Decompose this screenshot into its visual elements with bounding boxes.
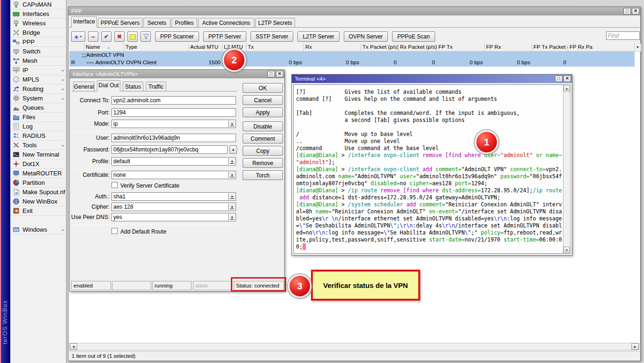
ppp-window-titlebar[interactable]: PPP □ ✕ bbox=[68, 7, 640, 15]
column-header-type[interactable]: Type bbox=[124, 44, 189, 52]
sidebar-item-new-winbox[interactable]: New WinBox bbox=[10, 197, 66, 206]
chevron-down-icon[interactable]: ▼ bbox=[228, 193, 236, 200]
comment-button[interactable]: Comment bbox=[243, 134, 283, 144]
mode-select[interactable]: ip ▼ bbox=[111, 120, 236, 128]
chevron-down-icon[interactable]: ▼ bbox=[228, 172, 236, 178]
sidebar-item-bridge[interactable]: Bridge bbox=[10, 28, 66, 38]
pppoe-scan-button[interactable]: PPPoE Scan bbox=[392, 31, 435, 42]
sidebar-item-capsman[interactable]: CAPsMAN bbox=[10, 0, 66, 9]
column-header-fp-rx[interactable]: FP Rx bbox=[485, 44, 532, 52]
sidebar-item-ip[interactable]: 255IP▸ bbox=[10, 66, 66, 75]
sidebar-item-log[interactable]: Log bbox=[10, 122, 66, 131]
tab-active-connections[interactable]: Active Connections bbox=[198, 18, 254, 28]
terminal-scrollbar[interactable]: ▲ ▼ bbox=[563, 84, 570, 254]
verify-server-certificate-checkbox[interactable] bbox=[111, 182, 118, 188]
sidebar-item-mesh[interactable]: Mesh bbox=[10, 56, 66, 66]
horizontal-scrollbar[interactable]: ◄ ► bbox=[69, 343, 639, 350]
copy-button[interactable]: Copy bbox=[243, 146, 283, 156]
column-header-rx[interactable]: Rx bbox=[304, 44, 361, 52]
tab-l2tp-secrets[interactable]: L2TP Secrets bbox=[255, 18, 295, 28]
disable-button[interactable]: Disable bbox=[243, 121, 283, 131]
scroll-right-icon[interactable]: ► bbox=[631, 343, 639, 350]
column-header-rx-packet-p-s-[interactable]: Rx Packet (p/s) bbox=[399, 44, 437, 52]
sstp-server-button[interactable]: SSTP Server bbox=[251, 31, 294, 42]
sidebar-item-dot1x[interactable]: Dot1X bbox=[10, 159, 66, 169]
tab-dial-out[interactable]: Dial Out bbox=[97, 80, 120, 91]
pptp-server-button[interactable]: PPTP Server bbox=[203, 31, 246, 42]
column-header-fp-tx[interactable]: FP Tx bbox=[437, 44, 485, 52]
password-input[interactable] bbox=[111, 145, 228, 154]
maximize-icon[interactable]: □ bbox=[623, 8, 631, 15]
close-icon[interactable]: ✕ bbox=[563, 76, 571, 82]
find-input[interactable] bbox=[606, 31, 640, 40]
profile-select[interactable]: default ▼ bbox=[111, 157, 236, 166]
add-button[interactable]: +▼ bbox=[71, 31, 85, 42]
use-peer-dns-select[interactable]: yes ▼ bbox=[111, 213, 236, 221]
sidebar-item-make-supout-rif[interactable]: Make Supout.rif bbox=[10, 188, 66, 197]
user-input[interactable] bbox=[111, 134, 236, 142]
torch-button[interactable]: Torch bbox=[243, 170, 283, 180]
certificate-select[interactable]: none ▼ bbox=[111, 171, 236, 179]
interface-row-adminoltvpn[interactable]: R«•» AdminOLTVPNOVPN Client15000 bps0 bp… bbox=[69, 59, 635, 67]
password-hide-icon[interactable]: ▲ bbox=[229, 145, 237, 154]
tab-secrets[interactable]: Secrets bbox=[143, 18, 170, 28]
column-selector-icon[interactable]: ▼ bbox=[635, 44, 641, 52]
column-header-fp-rx-pa[interactable]: FP Rx Pa bbox=[568, 44, 635, 52]
remove-button[interactable]: Remove bbox=[243, 158, 283, 168]
sidebar-item-routing[interactable]: Routing▸ bbox=[10, 84, 66, 94]
column-header-name[interactable]: Name▲ bbox=[84, 44, 124, 52]
scroll-up-icon[interactable]: ▲ bbox=[563, 85, 570, 91]
disable-button[interactable]: ✖ bbox=[114, 31, 125, 42]
ok-button[interactable]: OK bbox=[243, 83, 283, 93]
tab-interface[interactable]: Interface bbox=[71, 16, 97, 28]
sidebar-item-new-terminal[interactable]: New Terminal bbox=[10, 150, 66, 159]
sidebar-item-queues[interactable]: Queues bbox=[10, 103, 66, 113]
cipher-select[interactable]: aes 128 ▼ bbox=[111, 203, 236, 211]
chevron-down-icon[interactable]: ▼ bbox=[228, 158, 236, 165]
sidebar-item-exit[interactable]: Exit bbox=[10, 206, 66, 216]
close-icon[interactable]: ✕ bbox=[632, 8, 639, 15]
tab-general[interactable]: General bbox=[73, 82, 95, 91]
tab-status[interactable]: Status bbox=[123, 82, 143, 91]
filter-button[interactable] bbox=[141, 31, 151, 42]
interface-dialog-titlebar[interactable]: Interface <AdminOLTVPN> □ ✕ bbox=[70, 70, 284, 78]
maximize-icon[interactable]: □ bbox=[267, 71, 275, 77]
column-header-tx[interactable]: Tx bbox=[246, 44, 304, 52]
enable-button[interactable]: ✔ bbox=[101, 31, 111, 42]
ppp-scanner-button[interactable]: PPP Scanner bbox=[155, 31, 199, 42]
close-icon[interactable]: ✕ bbox=[276, 71, 283, 77]
remove-button[interactable]: − bbox=[88, 31, 98, 42]
column-header-fp-tx-packet-p-s-[interactable]: FP Tx Packet (p/s) bbox=[532, 44, 568, 52]
chevron-down-icon[interactable]: ▼ bbox=[228, 121, 236, 127]
scroll-down-icon[interactable]: ▼ bbox=[563, 247, 570, 253]
sidebar-item-radius[interactable]: RADIUS bbox=[10, 131, 66, 141]
sidebar-item-ppp[interactable]: PPP bbox=[10, 38, 66, 47]
port-input[interactable] bbox=[111, 108, 236, 117]
cancel-button[interactable]: Cancel bbox=[243, 95, 283, 105]
column-header-actual-mtu[interactable]: Actual MTU bbox=[189, 44, 222, 52]
tab-pppoe-servers[interactable]: PPPoE Servers bbox=[98, 18, 142, 28]
sidebar-item-partition[interactable]: Partition bbox=[10, 178, 66, 188]
sidebar-item-tools[interactable]: Tools▸ bbox=[10, 141, 66, 150]
auth-select[interactable]: sha1 ▼ bbox=[111, 192, 236, 201]
sidebar-item-switch[interactable]: Switch bbox=[10, 47, 66, 56]
chevron-down-icon[interactable]: ▼ bbox=[228, 214, 236, 220]
sidebar-item-interfaces[interactable]: Interfaces bbox=[10, 9, 66, 19]
scroll-left-icon[interactable]: ◄ bbox=[70, 343, 77, 350]
connect-to-input[interactable] bbox=[111, 96, 236, 105]
ovpn-server-button[interactable]: OVPN Server bbox=[344, 31, 388, 42]
sidebar-item-windows[interactable]: Windows▸ bbox=[10, 225, 66, 234]
tab-profiles[interactable]: Profiles bbox=[171, 18, 197, 28]
add-default-route-checkbox[interactable] bbox=[111, 228, 118, 234]
tab-traffic[interactable]: Traffic bbox=[146, 82, 166, 91]
column-header-flags[interactable] bbox=[69, 44, 84, 52]
maximize-icon[interactable]: □ bbox=[555, 76, 563, 82]
sidebar-item-system[interactable]: System▸ bbox=[10, 94, 66, 103]
apply-button[interactable]: Apply bbox=[243, 107, 283, 117]
sidebar-item-files[interactable]: Files bbox=[10, 113, 66, 122]
l2tp-server-button[interactable]: L2TP Server bbox=[297, 31, 339, 42]
sidebar-item-wireless[interactable]: Wireless bbox=[10, 19, 66, 28]
terminal-titlebar[interactable]: Terminal <4> □ ✕ bbox=[292, 75, 572, 83]
sidebar-item-metarouter[interactable]: MetaROUTER bbox=[10, 169, 66, 178]
comment-row[interactable]: ;;;AdminOLT VPN bbox=[69, 52, 635, 59]
